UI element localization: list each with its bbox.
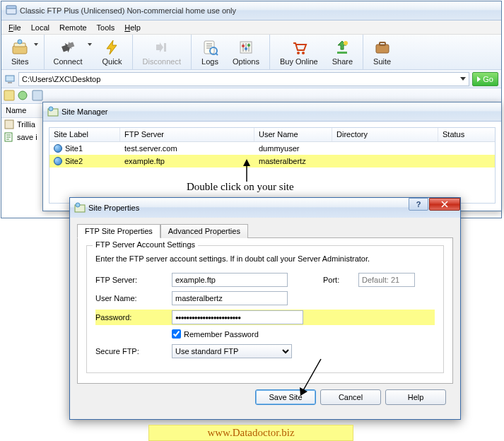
group-desc: Enter the FTP server account settings. I…	[95, 254, 435, 263]
username-input[interactable]	[172, 291, 288, 305]
ftp-server-input[interactable]	[172, 273, 288, 287]
col-directory[interactable]: Directory	[332, 128, 438, 141]
svg-rect-2	[13, 46, 27, 54]
globe-icon	[54, 144, 62, 153]
site-properties-dialog: Site Properties ? FTP Site Properties Ad…	[69, 197, 461, 420]
svg-rect-19	[8, 82, 12, 83]
svg-point-9	[242, 45, 245, 47]
svg-point-30	[76, 203, 80, 207]
port-input[interactable]	[358, 273, 415, 287]
share-icon	[334, 39, 351, 56]
menu-file[interactable]: File	[4, 22, 25, 33]
col-status[interactable]: Status	[438, 128, 495, 141]
group-legend: FTP Server Account Settings	[93, 240, 198, 249]
options-button[interactable]: Options	[225, 35, 266, 69]
svg-rect-5	[164, 43, 166, 52]
menu-tools[interactable]: Tools	[93, 22, 119, 33]
arrow-right-icon	[477, 76, 481, 82]
annotation-text: Double click on your site	[187, 181, 294, 193]
svg-point-12	[297, 52, 300, 54]
site-manager-titlebar: Site Manager	[43, 102, 501, 122]
path-text: C:\Users\ZXC\Desktop	[22, 75, 100, 83]
computer-icon	[4, 74, 16, 85]
title-help-button[interactable]: ?	[409, 198, 428, 211]
dialog-buttons: Save Site Cancel Help	[77, 384, 453, 405]
svg-rect-14	[337, 52, 347, 54]
connect-icon	[59, 39, 76, 56]
label-password: Password:	[95, 313, 172, 322]
logs-button[interactable]: Logs	[194, 35, 225, 69]
label-remember: Remember Password	[184, 330, 259, 339]
dropdown-icon	[34, 43, 38, 46]
site-properties-title: Site Properties	[88, 204, 139, 212]
tab-advanced-properties[interactable]: Advanced Properties	[160, 224, 248, 238]
go-button[interactable]: Go	[472, 72, 498, 86]
label-ftp-server: FTP Server:	[95, 276, 172, 284]
password-input[interactable]	[172, 310, 303, 324]
secure-ftp-select[interactable]: Use standard FTP	[172, 344, 292, 358]
label-secure-ftp: Secure FTP:	[95, 347, 172, 355]
site-manager-window: Site Manager Site Label FTP Server User …	[42, 102, 502, 211]
svg-point-21	[18, 91, 27, 100]
site-row[interactable]: Site1 test.server.com dummyuser	[49, 142, 495, 155]
close-icon	[441, 201, 448, 208]
disconnect-icon	[153, 39, 170, 56]
file-icon	[4, 119, 14, 129]
sites-icon	[11, 39, 28, 56]
col-user-name[interactable]: User Name	[254, 128, 332, 141]
remember-password-checkbox[interactable]	[172, 329, 181, 339]
menubar: File Local Remote Tools Help	[1, 20, 501, 35]
svg-point-13	[302, 52, 305, 54]
quick-button[interactable]: Quick	[95, 35, 129, 69]
svg-line-31	[303, 359, 321, 392]
quick-icon	[104, 39, 121, 56]
help-button[interactable]: Help	[385, 389, 446, 405]
suite-button[interactable]: Suite	[366, 35, 398, 69]
account-settings-group: FTP Server Account Settings Enter the FT…	[86, 245, 444, 373]
site-grid-header: Site Label FTP Server User Name Director…	[49, 128, 495, 142]
suite-icon	[374, 39, 391, 56]
main-titlebar: Classic FTP Plus (Unlicensed) Non-commer…	[1, 1, 501, 20]
connect-button[interactable]: Connect	[47, 35, 95, 69]
tab-panel: FTP Server Account Settings Enter the FT…	[77, 237, 453, 384]
app-icon	[6, 5, 17, 16]
sites-button[interactable]: Sites	[6, 35, 41, 69]
cancel-button[interactable]: Cancel	[320, 389, 381, 405]
col-site-label[interactable]: Site Label	[49, 128, 120, 141]
menu-help[interactable]: Help	[120, 22, 145, 33]
svg-rect-23	[5, 120, 13, 129]
main-toolbar: Sites Connect Quick Disconnect	[1, 35, 501, 70]
svg-rect-20	[4, 90, 14, 100]
svg-rect-18	[6, 76, 14, 81]
globe-icon	[54, 157, 62, 165]
site-properties-icon	[74, 202, 86, 213]
svg-rect-1	[6, 6, 16, 8]
svg-point-10	[245, 47, 247, 50]
path-dropdown[interactable]: C:\Users\ZXC\Desktop	[18, 72, 469, 86]
chevron-down-icon	[460, 77, 466, 81]
file-icon	[4, 132, 14, 142]
site-row-highlighted[interactable]: Site2 example.ftp masteralbertz	[49, 155, 495, 167]
footer-link[interactable]: www.Datadoctor.biz	[148, 425, 353, 441]
svg-rect-17	[380, 42, 385, 45]
options-icon	[238, 39, 254, 56]
toolbar-icons[interactable]	[1, 88, 51, 102]
col-name[interactable]: Name	[1, 104, 44, 117]
main-title: Classic FTP Plus (Unlicensed) Non-commer…	[20, 6, 236, 15]
col-ftp-server[interactable]: FTP Server	[120, 128, 254, 141]
svg-point-26	[49, 107, 53, 111]
annotation-arrow-icon	[298, 358, 327, 400]
site-manager-icon	[47, 106, 59, 117]
tabbar: FTP Site Properties Advanced Properties	[77, 224, 453, 238]
svg-rect-22	[33, 90, 42, 100]
buy-button[interactable]: Buy Online	[273, 35, 325, 69]
share-button[interactable]: Share	[325, 35, 360, 69]
disconnect-button: Disconnect	[136, 35, 188, 69]
tab-ftp-properties[interactable]: FTP Site Properties	[77, 224, 160, 238]
menu-remote[interactable]: Remote	[55, 22, 91, 33]
buy-icon	[291, 39, 307, 56]
annotation-arrow-icon	[240, 159, 254, 183]
menu-local[interactable]: Local	[27, 22, 54, 33]
close-button[interactable]	[429, 198, 460, 211]
svg-point-15	[344, 41, 348, 45]
